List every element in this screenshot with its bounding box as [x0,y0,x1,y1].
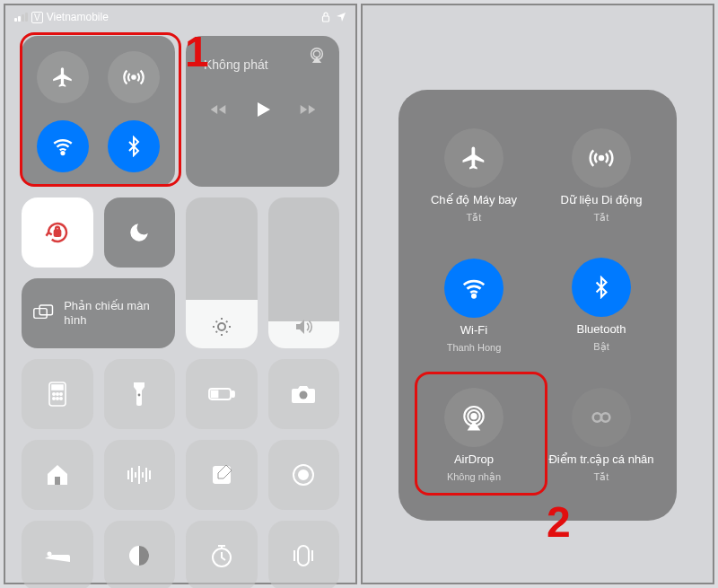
airplane-label: Chế độ Máy bay [431,193,517,206]
airdrop-item[interactable]: AirDrop Không nhận [415,375,533,496]
flashlight-icon [131,381,147,408]
svg-point-35 [593,413,601,421]
svg-point-25 [299,470,308,479]
lock-icon [321,12,330,22]
hotspot-label: Điểm tr.cập cá nhân [548,452,653,466]
svg-point-2 [62,152,65,154]
sound-recognition-button[interactable] [268,521,340,588]
brightness-icon [211,316,232,338]
connectivity-tile[interactable] [22,36,175,187]
screen-mirroring-button[interactable]: Phản chiếu màn hình [22,278,175,348]
svg-point-15 [57,398,58,399]
moon-icon [127,221,151,244]
play-button[interactable] [252,99,274,120]
svg-point-34 [471,414,476,418]
airplane-mode-item[interactable]: Chế độ Máy bay Tắt [415,115,533,236]
flashlight-button[interactable] [104,359,176,429]
notes-button[interactable] [186,440,258,510]
note-icon [210,463,233,487]
camera-icon [290,383,317,405]
home-button[interactable] [22,440,93,510]
svg-rect-5 [55,231,60,236]
bluetooth-label: Bluetooth [577,322,626,336]
svg-point-30 [600,156,603,160]
carrier-name: Vietnamobile [47,11,109,23]
bed-icon [43,546,72,566]
bluetooth-item[interactable]: Bluetooth Bật [542,245,661,366]
cellular-item[interactable]: Dữ liệu Di động Tắt [542,115,661,236]
screenshot-step-2: Chế độ Máy bay Tắt Dữ liệu Di động Tắt W… [361,4,714,584]
timer-button[interactable] [186,521,258,588]
camera-button[interactable] [268,359,340,429]
volume-slider[interactable] [268,197,340,348]
airplane-mode-toggle[interactable] [37,51,89,103]
home-icon [45,463,70,487]
wifi-icon [460,275,487,302]
do-not-disturb-toggle[interactable] [104,197,176,268]
brightness-slider[interactable] [186,197,258,348]
bluetooth-icon [590,276,613,299]
rotation-lock-toggle[interactable] [22,197,93,268]
timer-icon [209,543,234,568]
svg-rect-0 [323,16,329,22]
hotspot-status: Tắt [594,471,609,483]
signal-bars-icon [14,13,28,22]
status-bar: V Vietnamobile [5,5,355,29]
svg-point-12 [57,393,58,395]
svg-point-31 [472,294,475,297]
step-2-label: 2 [547,497,571,547]
svg-point-1 [132,75,135,78]
cellular-icon [588,145,615,171]
carrier-indicator: V [31,12,43,23]
battery-icon [207,386,236,402]
svg-point-16 [60,398,62,399]
rotation-lock-icon [44,219,71,246]
volume-icon [293,316,314,338]
wifi-item[interactable]: Wi-Fi Thanh Hong [415,245,533,366]
svg-point-17 [138,394,141,397]
low-power-mode-button[interactable] [186,359,258,429]
svg-point-11 [53,393,55,395]
svg-rect-10 [52,385,63,390]
airplay-icon[interactable] [307,45,327,65]
previous-track-button[interactable] [209,101,227,118]
wifi-toggle[interactable] [37,120,89,172]
screen-record-button[interactable] [268,440,340,510]
bluetooth-status: Bật [593,341,609,353]
cellular-icon [122,66,145,89]
wifi-icon [51,135,74,158]
dark-mode-button[interactable] [104,521,176,588]
hotspot-icon [589,405,614,430]
cellular-status: Tắt [594,212,609,224]
airplane-status: Tắt [467,212,482,224]
calculator-button[interactable] [22,359,93,429]
alarm-button[interactable] [22,521,93,588]
screen-mirroring-label: Phản chiếu màn hình [64,299,164,327]
svg-rect-8 [39,305,52,315]
svg-rect-7 [34,309,47,319]
svg-point-21 [300,391,308,399]
airplane-icon [460,145,487,171]
control-center: Không phát [5,29,355,588]
dark-mode-icon [127,544,151,567]
screenshot-step-1: V Vietnamobile [4,4,357,584]
hotspot-item[interactable]: Điểm tr.cập cá nhân Tắt [542,375,661,496]
svg-rect-19 [232,391,234,397]
airdrop-status: Không nhận [447,471,501,483]
calculator-icon [47,381,68,408]
airdrop-label: AirDrop [454,452,494,466]
cellular-label: Dữ liệu Di động [560,193,642,206]
bluetooth-toggle[interactable] [108,120,160,172]
svg-point-4 [313,50,320,57]
next-track-button[interactable] [299,101,317,118]
wifi-status: Thanh Hong [447,342,502,353]
cellular-data-toggle[interactable] [108,51,160,103]
airplane-icon [51,66,74,89]
svg-rect-29 [298,546,309,566]
bluetooth-icon [123,136,144,157]
voice-memo-button[interactable] [104,440,176,510]
location-icon [336,12,346,22]
svg-point-6 [218,323,225,330]
ear-icon [293,543,314,568]
record-icon [291,462,316,487]
